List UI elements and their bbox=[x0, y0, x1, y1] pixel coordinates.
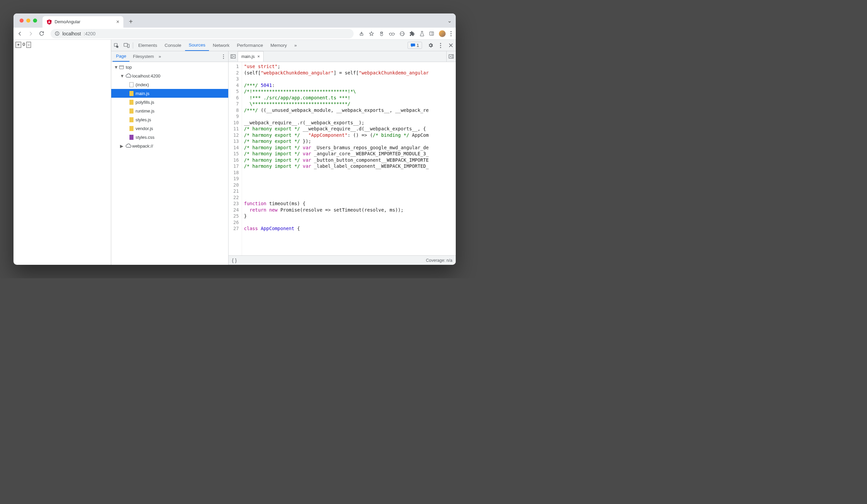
js-file-icon bbox=[129, 100, 133, 105]
browser-tab[interactable]: DemoAngular × bbox=[42, 16, 124, 28]
share-icon[interactable] bbox=[359, 31, 364, 36]
editor-tabs: main.js × bbox=[228, 51, 456, 62]
tree-file-styles-css[interactable]: styles.css bbox=[111, 133, 228, 142]
svg-point-17 bbox=[450, 33, 451, 34]
css-file-icon bbox=[129, 135, 133, 140]
tree-file-index[interactable]: (index) bbox=[111, 80, 228, 89]
decrement-button[interactable]: - bbox=[26, 42, 31, 48]
expand-debugger-icon[interactable] bbox=[446, 51, 456, 62]
new-tab-button[interactable]: + bbox=[126, 17, 136, 26]
svg-point-16 bbox=[450, 31, 451, 32]
labs-icon[interactable] bbox=[420, 31, 425, 36]
tab-memory[interactable]: Memory bbox=[267, 40, 291, 51]
tree-label: polyfills.js bbox=[136, 100, 154, 105]
reload-button[interactable] bbox=[38, 31, 45, 36]
inspect-element-icon[interactable] bbox=[111, 40, 121, 51]
nav-tabs-overflow-icon[interactable]: » bbox=[159, 54, 161, 59]
devtools-settings-icon[interactable] bbox=[425, 40, 436, 51]
tab-overflow-icon[interactable]: ⌄ bbox=[447, 18, 452, 24]
window-controls bbox=[18, 13, 41, 28]
pretty-print-icon[interactable]: { } bbox=[232, 258, 237, 263]
cloud-icon bbox=[125, 143, 130, 149]
tree-label: styles.js bbox=[136, 117, 151, 122]
url-port: :4200 bbox=[84, 31, 95, 36]
cloud-icon bbox=[125, 73, 130, 78]
coverage-status: Coverage: n/a bbox=[426, 258, 452, 263]
nav-tab-filesystem[interactable]: Filesystem bbox=[129, 51, 157, 62]
editor-panel: main.js × 1 2 3 4 5 6 7 8 9 10 11 12 13 … bbox=[228, 51, 456, 265]
devtools-close-icon[interactable] bbox=[446, 40, 456, 51]
tab-sources[interactable]: Sources bbox=[185, 40, 209, 51]
issues-button[interactable]: 1 bbox=[408, 42, 422, 49]
browser-window: DemoAngular × + ⌄ localhost:4200 bbox=[13, 13, 456, 265]
svg-point-9 bbox=[382, 32, 382, 33]
editor-footer: { } Coverage: n/a bbox=[228, 255, 456, 265]
maximize-window-button[interactable] bbox=[33, 19, 37, 23]
browser-toolbar: localhost:4200 bbox=[13, 28, 456, 40]
tree-top[interactable]: ▼ top bbox=[111, 63, 228, 72]
devtools-panel: Elements Console Sources Network Perform… bbox=[111, 40, 456, 265]
tab-elements[interactable]: Elements bbox=[135, 40, 161, 51]
angular-icon bbox=[46, 19, 52, 25]
tree-file-runtime[interactable]: runtime.js bbox=[111, 107, 228, 115]
svg-point-23 bbox=[440, 45, 441, 46]
forward-button[interactable] bbox=[27, 31, 34, 37]
separator bbox=[133, 42, 133, 48]
device-toolbar-icon[interactable] bbox=[121, 40, 131, 51]
tree-label: top bbox=[126, 65, 132, 70]
svg-marker-6 bbox=[370, 32, 374, 35]
js-file-icon bbox=[129, 91, 133, 96]
svg-point-29 bbox=[223, 58, 224, 59]
js-file-icon bbox=[129, 126, 133, 131]
tree-host[interactable]: ▼ localhost:4200 bbox=[111, 72, 228, 80]
extension-icon-1[interactable] bbox=[379, 31, 384, 36]
svg-point-27 bbox=[223, 54, 224, 55]
close-editor-tab-icon[interactable]: × bbox=[258, 54, 260, 59]
file-icon bbox=[129, 82, 133, 87]
svg-point-4 bbox=[57, 32, 57, 33]
close-tab-icon[interactable]: × bbox=[116, 19, 119, 25]
tree-file-styles-js[interactable]: styles.js bbox=[111, 115, 228, 124]
toolbar-actions bbox=[359, 30, 453, 37]
address-bar[interactable]: localhost:4200 bbox=[51, 29, 354, 39]
tree-label: runtime.js bbox=[136, 109, 154, 113]
tab-title: DemoAngular bbox=[55, 20, 80, 24]
svg-rect-14 bbox=[430, 32, 434, 35]
tree-file-main[interactable]: main.js bbox=[111, 89, 228, 98]
svg-point-8 bbox=[381, 32, 381, 33]
tab-console[interactable]: Console bbox=[161, 40, 185, 51]
nav-tab-page[interactable]: Page bbox=[113, 51, 129, 62]
tab-network[interactable]: Network bbox=[209, 40, 233, 51]
tree-file-vendor[interactable]: vendor.js bbox=[111, 124, 228, 133]
browser-menu-icon[interactable] bbox=[450, 31, 452, 36]
svg-rect-20 bbox=[124, 43, 127, 46]
tab-performance[interactable]: Performance bbox=[233, 40, 267, 51]
site-info-icon[interactable] bbox=[55, 31, 60, 36]
line-gutter: 1 2 3 4 5 6 7 8 9 10 11 12 13 14 15 16 1… bbox=[228, 62, 242, 255]
navigator-menu-icon[interactable] bbox=[220, 54, 227, 59]
extension-icon-3[interactable] bbox=[399, 31, 405, 36]
increment-button[interactable]: + bbox=[15, 42, 21, 48]
extensions-icon[interactable] bbox=[409, 31, 415, 36]
devtools-tabs: Elements Console Sources Network Perform… bbox=[135, 40, 300, 51]
collapse-navigator-icon[interactable] bbox=[228, 51, 238, 62]
close-window-button[interactable] bbox=[20, 19, 24, 23]
tree-label: localhost:4200 bbox=[132, 74, 160, 78]
bookmark-star-icon[interactable] bbox=[369, 31, 374, 36]
minimize-window-button[interactable] bbox=[26, 19, 30, 23]
js-file-icon bbox=[129, 117, 133, 122]
url-host: localhost bbox=[62, 31, 81, 36]
editor-tab-label: main.js bbox=[242, 54, 255, 59]
extension-icon-2[interactable] bbox=[389, 31, 395, 36]
tabs-overflow-icon[interactable]: » bbox=[291, 40, 301, 51]
devtools-menu-icon[interactable] bbox=[436, 40, 446, 51]
tree-webpack[interactable]: ▶ webpack:// bbox=[111, 142, 228, 150]
profile-avatar[interactable] bbox=[439, 30, 446, 37]
editor-tab-main[interactable]: main.js × bbox=[238, 51, 264, 62]
svg-point-22 bbox=[440, 43, 441, 44]
side-panel-icon[interactable] bbox=[429, 31, 434, 36]
code-editor[interactable]: 1 2 3 4 5 6 7 8 9 10 11 12 13 14 15 16 1… bbox=[228, 62, 456, 255]
svg-point-24 bbox=[440, 47, 441, 48]
back-button[interactable] bbox=[16, 31, 24, 37]
tree-file-polyfills[interactable]: polyfills.js bbox=[111, 98, 228, 107]
